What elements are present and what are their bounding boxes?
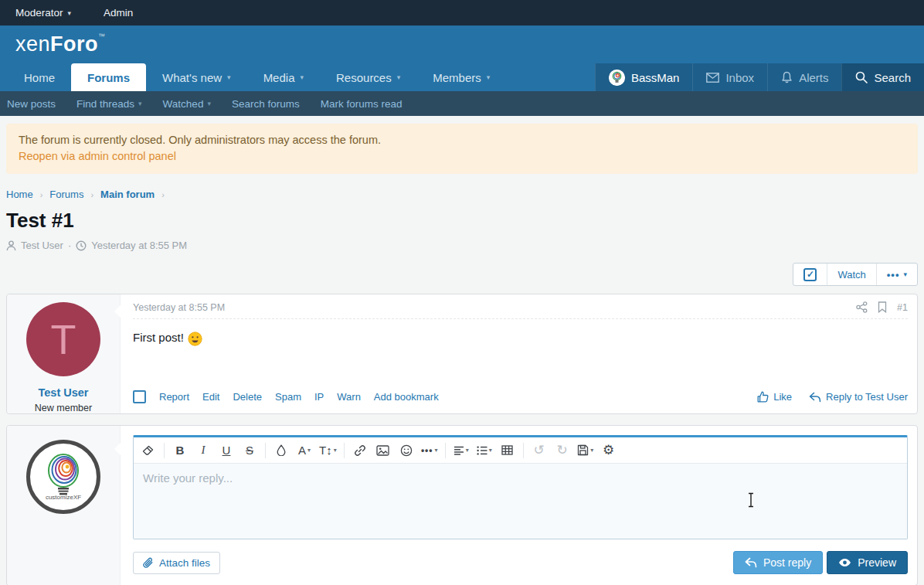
post-number[interactable]: #1 [897, 302, 908, 313]
underline-button[interactable]: U [215, 440, 238, 461]
reopen-admin-link[interactable]: Reopen via admin control panel [19, 148, 905, 165]
nav-tab-media[interactable]: Media ▾ [247, 63, 320, 91]
bookmark-icon[interactable] [878, 301, 887, 313]
nav-tab-forums[interactable]: Forums [71, 63, 146, 91]
share-icon[interactable] [856, 301, 868, 313]
redo-button[interactable]: ↻ [551, 440, 574, 461]
admin-link[interactable]: Admin [104, 7, 133, 19]
xenforo-logo[interactable]: xenForo™ [15, 32, 106, 56]
select-all-posts-checkbox[interactable]: ✓ [793, 264, 827, 285]
nav-tab-whats-new[interactable]: What's new ▾ [146, 63, 247, 91]
like-button[interactable]: Like [757, 391, 792, 403]
report-link[interactable]: Report [159, 391, 189, 403]
select-post-checkbox[interactable] [133, 390, 146, 403]
add-bookmark-link[interactable]: Add bookmark [374, 391, 439, 403]
nav-tab-resources[interactable]: Resources ▾ [320, 63, 416, 91]
more-options-button[interactable]: ••• ▾ [876, 264, 917, 285]
subnav-watched[interactable]: Watched ▾ [163, 98, 211, 110]
subnav-find-threads[interactable]: Find threads ▾ [76, 98, 142, 110]
breadcrumb-main-forum[interactable]: Main forum [100, 189, 155, 200]
search-button[interactable]: Search [841, 63, 924, 91]
insert-table-button[interactable] [496, 440, 519, 461]
post-1: T Test User New member Yesterday at 8:55… [6, 294, 918, 414]
delete-link[interactable]: Delete [233, 391, 262, 403]
chevron-down-icon: ▾ [207, 100, 211, 107]
sub-nav: New posts Find threads ▾ Watched ▾ Searc… [0, 91, 924, 116]
reply-textarea[interactable]: Write your reply... [134, 464, 907, 539]
bold-button[interactable]: B [168, 440, 192, 461]
envelope-icon [706, 73, 719, 83]
preview-button[interactable]: Preview [827, 551, 908, 574]
reply-placeholder: Write your reply... [143, 471, 233, 485]
bell-icon [781, 71, 793, 83]
strikethrough-button[interactable]: S [238, 440, 261, 461]
remove-formatting-button[interactable] [137, 440, 160, 461]
thread-author[interactable]: Test User [21, 240, 63, 251]
thread-button-group: ✓ Watch ••• ▾ [793, 263, 918, 286]
warn-link[interactable]: Warn [337, 391, 361, 403]
post-date[interactable]: Yesterday at 8:55 PM [133, 302, 225, 313]
smilies-button[interactable] [395, 440, 418, 461]
breadcrumb: Home › Forums › Main forum › [6, 189, 918, 200]
subnav-mark-forums-read[interactable]: Mark forums read [321, 98, 403, 110]
list-button[interactable]: ▾ [473, 440, 496, 461]
post-author-name[interactable]: Test User [7, 386, 120, 399]
eye-icon [838, 558, 851, 567]
post-author-title: New member [7, 403, 120, 413]
text-color-button[interactable] [270, 440, 293, 461]
chevron-down-icon: ▾ [487, 73, 491, 81]
subnav-new-posts[interactable]: New posts [7, 98, 56, 110]
thread-meta: Test User · Yesterday at 8:55 PM [6, 240, 918, 251]
breadcrumb-separator: › [161, 190, 165, 199]
font-size-button[interactable]: T↕ ▾ [316, 440, 340, 461]
chevron-down-icon: ▾ [227, 73, 231, 81]
chevron-down-icon: ▾ [397, 73, 401, 81]
post-reply-button[interactable]: Post reply [733, 551, 823, 574]
reply-buttons-row: Attach files Post reply Prev [133, 551, 908, 574]
inbox-button[interactable]: Inbox [692, 63, 767, 91]
alerts-button[interactable]: Alerts [767, 63, 841, 91]
ip-link[interactable]: IP [314, 391, 324, 403]
editor-settings-button[interactable]: ⚙ [597, 440, 620, 461]
thread-date[interactable]: Yesterday at 8:55 PM [91, 240, 187, 251]
account-menu[interactable]: BassMan [595, 63, 693, 91]
font-family-button[interactable]: A ▾ [293, 440, 316, 461]
avatar[interactable]: customizeXF [26, 440, 100, 514]
reply-arrow-icon [809, 392, 821, 403]
insert-image-button[interactable] [372, 440, 395, 461]
insert-link-button[interactable] [348, 440, 372, 461]
post-content-cell: Yesterday at 8:55 PM #1 Firs [121, 294, 917, 413]
chevron-down-icon: ▾ [466, 447, 469, 454]
message-pointer [114, 304, 121, 318]
avatar [609, 70, 625, 86]
undo-button[interactable]: ↺ [528, 440, 551, 461]
avatar[interactable]: T [26, 302, 100, 376]
thumbs-up-icon [757, 391, 769, 403]
chevron-down-icon: ▾ [903, 270, 907, 278]
drafts-button[interactable]: ▾ [574, 440, 597, 461]
subnav-search-forums[interactable]: Search forums [232, 98, 300, 110]
edit-link[interactable]: Edit [202, 391, 219, 403]
spam-link[interactable]: Spam [275, 391, 301, 403]
person-icon [6, 240, 16, 251]
more-formatting-button[interactable]: ••• ▾ [418, 440, 441, 461]
text-align-button[interactable]: ▾ [450, 440, 473, 461]
save-draft-icon [577, 444, 589, 456]
chevron-down-icon: ▾ [300, 73, 304, 81]
nav-tab-home[interactable]: Home [8, 63, 71, 91]
reply-button[interactable]: Reply to Test User [809, 391, 908, 403]
nav-tab-members[interactable]: Members ▾ [416, 63, 506, 91]
moderator-menu[interactable]: Moderator ▾ [15, 7, 71, 19]
watch-button[interactable]: Watch [827, 264, 875, 285]
align-left-icon [454, 446, 464, 455]
xenforo-thread-page: { "admin_bar": { "moderator_label": "Mod… [0, 0, 924, 585]
droplet-icon [277, 444, 286, 456]
image-icon [376, 445, 389, 456]
italic-button[interactable]: I [192, 440, 215, 461]
table-icon [501, 445, 513, 455]
editor-toolbar: B I U S A ▾ T↕ [134, 437, 907, 464]
breadcrumb-forums[interactable]: Forums [49, 189, 83, 200]
attach-files-button[interactable]: Attach files [133, 552, 220, 574]
site-header: xenForo™ Home Forums What's new ▾ Media … [0, 26, 924, 91]
breadcrumb-home[interactable]: Home [6, 189, 33, 200]
